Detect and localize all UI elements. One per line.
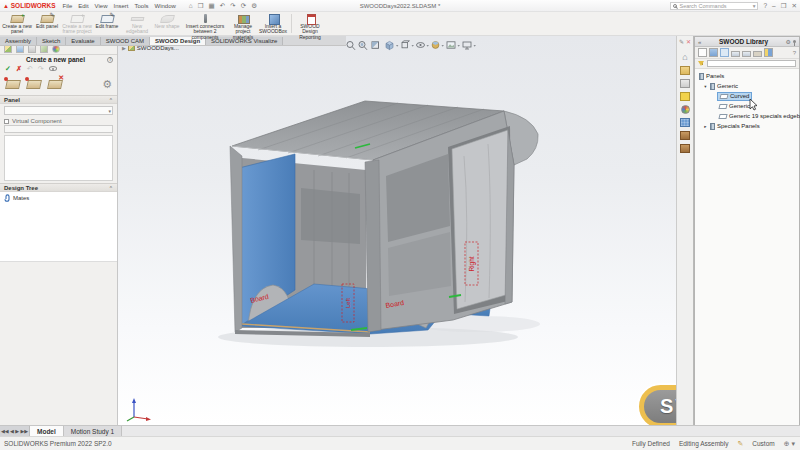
edit-frame-button[interactable]: ✎ Edit frame [92,13,122,34]
tab-model[interactable]: Model [30,426,64,436]
dropdown-arrow-icon[interactable] [412,45,414,47]
menu-tools[interactable]: Tools [134,3,148,9]
insert-connectors-button[interactable]: Insert connectors between 2 components [182,13,228,34]
minimize-button[interactable]: – [772,2,776,9]
dimxpert-tab-icon[interactable] [40,45,48,53]
view-orientation-icon[interactable] [386,41,393,49]
appearances-scenes-icon[interactable] [681,105,690,114]
swood-materials-icon[interactable] [680,131,690,140]
expanded-arrow-icon[interactable]: ▾ [703,84,708,89]
virtual-component-checkbox[interactable] [4,119,9,124]
save-icon[interactable]: ▦ [209,2,215,10]
settings-gear-icon[interactable]: ⚙ [102,79,112,90]
design-tree-section-header[interactable]: Design Tree⌃ [0,183,117,192]
redo-icon[interactable]: ↷ [230,2,235,10]
rebuild-icon[interactable]: ⟳ [241,2,246,10]
tab-assembly[interactable]: Assembly [0,37,37,45]
help-icon[interactable]: ? [107,57,113,63]
edit-panel-button[interactable]: ✎ Edit panel [32,13,62,34]
swood-library-tab-icon[interactable] [680,144,690,153]
custom-properties-icon[interactable] [680,118,690,127]
dropdown-arrow-icon[interactable] [427,45,429,47]
view-settings-icon[interactable] [463,42,471,49]
insert-swoodbox-button[interactable]: Insert a SWOODBox [258,13,288,34]
section-view-icon[interactable] [372,42,379,49]
tab-scroll-arrows[interactable]: ◀◀ ◀ ▶ ▶▶ [0,426,30,436]
tree-item-curved[interactable]: Curved [695,91,799,101]
property-manager-tab-icon[interactable] [16,45,24,53]
menu-edit[interactable]: Edit [78,3,88,9]
menu-insert[interactable]: Insert [113,3,128,9]
tree-item-specials-panels[interactable]: ▸ Specials Panels [695,121,799,131]
ok-check-icon[interactable]: ✓ [5,65,11,73]
display-style-icon[interactable] [402,41,409,48]
configuration-manager-tab-icon[interactable] [28,45,36,53]
undo-icon[interactable]: ↶ [220,2,225,10]
tree-item-generic-19-specials-edgebands[interactable]: Generic 19 specials edgebands [695,111,799,121]
open-icon[interactable]: ❐ [198,2,204,10]
panel-type-1-icon[interactable] [5,78,21,89]
manage-project-materials-button[interactable]: Manage project materials [228,13,258,34]
zoom-fit-icon[interactable] [347,42,355,50]
panel-section-header[interactable]: Panel⌃ [0,95,117,104]
van-3d-model[interactable]: Board Left Board Right [118,36,676,425]
tree-item-generic-panel[interactable]: Generic [695,101,799,111]
pin-icon[interactable] [793,40,796,43]
library-panels-icon[interactable] [698,48,707,57]
zoom-area-icon[interactable] [359,42,367,50]
tab-sketch[interactable]: Sketch [37,37,66,45]
file-explorer-icon[interactable] [680,79,690,88]
tab-motion-study-1[interactable]: Motion Study 1 [64,426,122,436]
tree-item-generic-folder[interactable]: ▾ Generic [695,81,799,91]
heads-up-view-toolbar[interactable] [346,37,480,55]
display-manager-tab-icon[interactable] [52,45,60,53]
panel-delete-icon[interactable]: ✕ [47,78,63,89]
menu-view[interactable]: View [95,3,108,9]
view-palette-icon[interactable] [680,92,690,101]
hide-show-items-eye-icon[interactable] [417,43,425,48]
library-frames-icon[interactable] [709,48,718,57]
library-help-icon[interactable]: ? [793,50,796,56]
search-dropdown-icon[interactable]: ▾ [753,3,756,9]
library-connectors-icon[interactable] [764,48,773,57]
preview-eye-icon[interactable] [49,66,57,71]
library-filter-input[interactable] [707,60,796,67]
scene-icon[interactable] [447,42,455,48]
dropdown-arrow-icon[interactable] [474,45,476,47]
component-name-field[interactable] [4,125,113,133]
library-profiles-icon[interactable] [753,51,762,57]
panel-type-2-icon[interactable] [26,78,42,89]
home-icon[interactable]: ⌂ [189,2,193,10]
units-globe-icon[interactable]: ⊕ ▾ [784,440,795,448]
tab-swood-cam[interactable]: SWOOD CAM [101,37,150,45]
tab-evaluate[interactable]: Evaluate [66,37,100,45]
cancel-x-icon[interactable]: ✗ [16,65,22,73]
create-new-panel-button[interactable]: + Create a new panel [2,13,32,34]
mates-tree-item[interactable]: Mates [3,194,114,202]
tree-item-panels[interactable]: Panels [695,71,799,81]
help-icon[interactable]: ? [763,2,767,9]
dropdown-arrow-icon[interactable] [442,45,444,47]
collapse-panel-icon[interactable]: « [698,39,701,45]
options-gear-icon[interactable]: ⚙ [251,2,257,10]
appearances-icon[interactable] [432,42,439,49]
menu-window[interactable]: Window [155,3,176,9]
status-custom-label[interactable]: Custom [752,440,774,447]
library-edgebands-icon[interactable] [731,51,740,57]
dropdown-arrow-icon[interactable] [458,45,460,47]
close-button[interactable]: ✕ [792,2,797,10]
dropdown-arrow-icon[interactable] [396,45,398,47]
menu-file[interactable]: File [63,3,73,9]
library-active-category-icon[interactable] [720,48,729,57]
graphics-viewport[interactable]: ▶ SWOODDays... [118,36,676,425]
panel-selection-list[interactable] [4,135,113,181]
side-door-panel[interactable] [448,126,512,314]
design-library-icon[interactable] [680,66,690,75]
solidworks-resources-icon[interactable]: ⌂ [680,53,690,62]
library-settings-gear-icon[interactable]: ⚙ [786,38,791,45]
feature-manager-tab-icon[interactable] [4,45,12,53]
exit-sketch-icon[interactable]: ✕ [686,38,691,45]
panel-dropdown[interactable] [4,106,113,115]
edit-sketch-icon[interactable]: ✎ [679,38,684,45]
swood-design-reporting-button[interactable]: SWOOD Design Reporting [295,13,325,34]
